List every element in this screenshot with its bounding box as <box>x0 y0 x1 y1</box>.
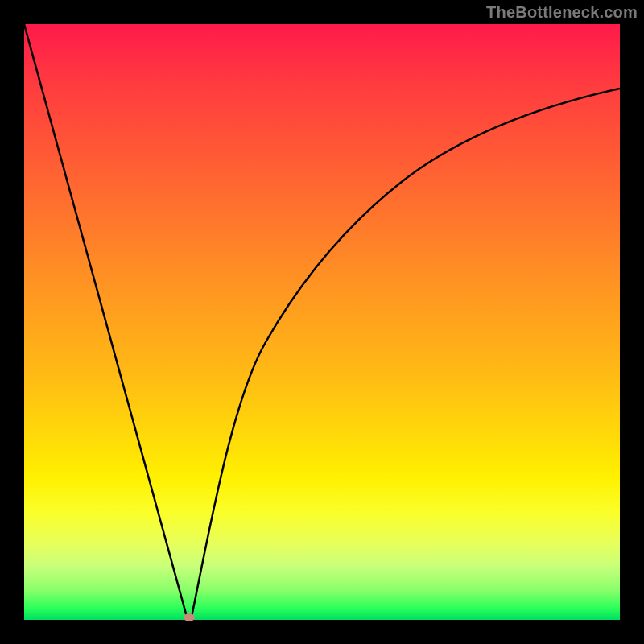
minimum-marker <box>184 613 195 621</box>
bottleneck-curve <box>24 24 620 620</box>
curve-left-branch <box>24 24 187 617</box>
watermark-text: TheBottleneck.com <box>486 3 638 22</box>
plot-area <box>24 24 620 620</box>
curve-right-branch <box>192 89 620 617</box>
chart-frame: TheBottleneck.com <box>0 0 644 644</box>
